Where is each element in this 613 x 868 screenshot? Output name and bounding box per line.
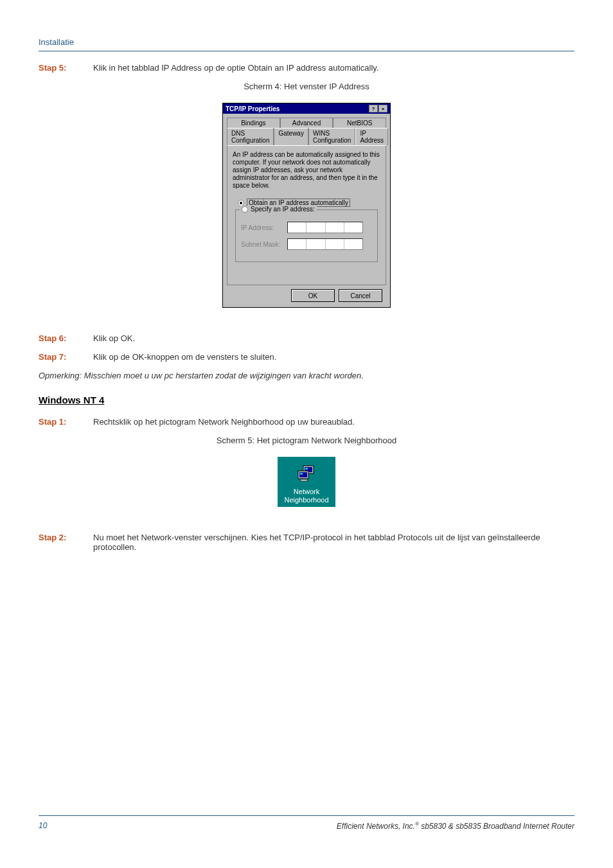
caption-4: Scherm 4: Het venster IP Address bbox=[39, 82, 574, 91]
dialog-wrap: TCP/IP Properties ? × Bindings Advanced … bbox=[39, 103, 574, 308]
footer-row: 10 Efficient Networks, Inc.® sb5830 & sb… bbox=[39, 821, 574, 831]
tab-wins[interactable]: WINS Configuration bbox=[308, 128, 355, 145]
page-footer: 10 Efficient Networks, Inc.® sb5830 & sb… bbox=[39, 815, 574, 831]
radio-specify-label: Specify an IP address: bbox=[251, 206, 315, 213]
footer-text: Efficient Networks, Inc.® sb5830 & sb583… bbox=[337, 821, 574, 831]
note-restart: Opmerking: Misschien moet u uw pc hersta… bbox=[39, 371, 574, 380]
step-5-text: Klik in het tabblad IP Address op de opt… bbox=[93, 63, 574, 73]
radio-obtain[interactable] bbox=[238, 200, 244, 206]
step-2b: Stap 2: Nu moet het Network-venster vers… bbox=[39, 533, 574, 552]
tab-dns[interactable]: DNS Configuration bbox=[227, 128, 274, 145]
ok-button[interactable]: OK bbox=[291, 289, 335, 302]
network-neighborhood-icon[interactable]: Network Neighborhood bbox=[278, 457, 335, 507]
subnet-mask-row: Subnet Mask: bbox=[241, 238, 372, 250]
titlebar-buttons: ? × bbox=[369, 105, 387, 112]
caption-5: Scherm 5: Het pictogram Network Neighbor… bbox=[39, 436, 574, 445]
nn-label-line1: Network bbox=[294, 488, 319, 495]
dialog-body: Bindings Advanced NetBIOS DNS Configurat… bbox=[223, 114, 390, 307]
ip-seg[interactable] bbox=[326, 222, 344, 233]
tab-content: An IP address can be automatically assig… bbox=[227, 145, 386, 285]
step-7: Stap 7: Klik op de OK-knoppen om de vens… bbox=[39, 352, 574, 362]
radio-specify[interactable] bbox=[242, 206, 248, 213]
footer-rule bbox=[39, 815, 574, 816]
tab-bindings[interactable]: Bindings bbox=[227, 118, 280, 128]
ip-seg[interactable] bbox=[288, 239, 306, 249]
tab-netbios[interactable]: NetBIOS bbox=[333, 118, 386, 128]
network-neighborhood-svg bbox=[296, 465, 317, 484]
dialog-title: TCP/IP Properties bbox=[226, 105, 280, 112]
ip-seg[interactable] bbox=[344, 222, 362, 233]
tabs-row-2: DNS Configuration Gateway WINS Configura… bbox=[227, 128, 386, 145]
network-neighborhood-wrap: Network Neighborhood bbox=[39, 457, 574, 507]
svg-rect-6 bbox=[301, 479, 307, 481]
step-1b-text: Rechtsklik op het pictogram Network Neig… bbox=[93, 417, 574, 427]
svg-rect-5 bbox=[300, 473, 303, 475]
ip-seg[interactable] bbox=[306, 239, 325, 249]
nn-label-line2: Neighborhood bbox=[284, 496, 328, 504]
step-1b: Stap 1: Rechtsklik op het pictogram Netw… bbox=[39, 417, 574, 427]
cancel-button[interactable]: Cancel bbox=[339, 289, 382, 302]
radio-specify-row[interactable]: Specify an IP address: bbox=[240, 206, 317, 213]
subnet-mask-label: Subnet Mask: bbox=[241, 241, 282, 248]
subnet-mask-input[interactable] bbox=[287, 238, 363, 250]
step-2b-label: Stap 2: bbox=[39, 533, 93, 552]
section-heading-nt4: Windows NT 4 bbox=[39, 394, 574, 405]
tcpip-properties-dialog: TCP/IP Properties ? × Bindings Advanced … bbox=[222, 103, 391, 308]
footer-company: Efficient Networks, Inc. bbox=[337, 822, 415, 831]
ip-seg[interactable] bbox=[326, 239, 344, 249]
step-2b-text: Nu moet het Network-venster verschijnen.… bbox=[93, 533, 574, 552]
nn-label: Network Neighborhood bbox=[281, 488, 332, 504]
tab-advanced[interactable]: Advanced bbox=[280, 118, 333, 128]
page-number: 10 bbox=[39, 821, 47, 831]
dialog-titlebar: TCP/IP Properties ? × bbox=[223, 103, 390, 114]
step-7-text: Klik op de OK-knoppen om de vensters te … bbox=[93, 352, 574, 362]
step-6-text: Klik op OK. bbox=[93, 333, 574, 343]
step-6-label: Stap 6: bbox=[39, 333, 93, 343]
dialog-buttons: OK Cancel bbox=[227, 285, 386, 302]
svg-rect-2 bbox=[305, 468, 308, 470]
step-6: Stap 6: Klik op OK. bbox=[39, 333, 574, 343]
step-5: Stap 5: Klik in het tabblad IP Address o… bbox=[39, 63, 574, 73]
ip-address-input[interactable] bbox=[287, 222, 363, 233]
tabs-row-1: Bindings Advanced NetBIOS bbox=[227, 118, 386, 128]
help-button[interactable]: ? bbox=[369, 105, 378, 112]
close-button[interactable]: × bbox=[378, 105, 387, 112]
step-5-label: Stap 5: bbox=[39, 63, 93, 73]
step-1b-label: Stap 1: bbox=[39, 417, 93, 427]
ip-seg[interactable] bbox=[344, 239, 362, 249]
footer-product: sb5830 & sb5835 Broadband Internet Route… bbox=[419, 822, 574, 831]
tab-ip-address[interactable]: IP Address bbox=[355, 128, 388, 145]
step-7-label: Stap 7: bbox=[39, 352, 93, 362]
ip-address-row: IP Address: bbox=[241, 222, 372, 233]
section-header: Installatie bbox=[39, 37, 574, 47]
specify-fieldset: Specify an IP address: IP Address: Subne… bbox=[235, 209, 378, 262]
tab-gateway[interactable]: Gateway bbox=[274, 128, 308, 145]
header-rule bbox=[39, 51, 574, 51]
ip-seg[interactable] bbox=[288, 222, 306, 233]
ip-address-label: IP Address: bbox=[241, 224, 282, 231]
info-text: An IP address can be automatically assig… bbox=[233, 151, 380, 190]
ip-seg[interactable] bbox=[306, 222, 325, 233]
